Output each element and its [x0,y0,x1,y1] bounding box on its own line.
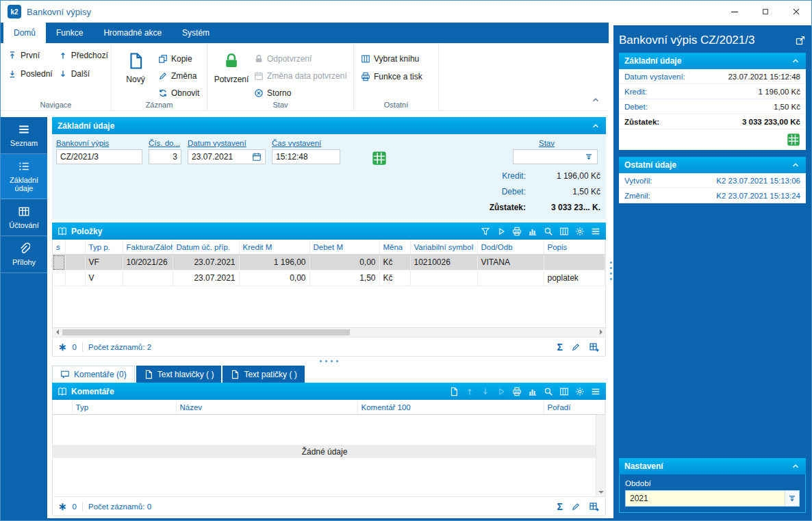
column-header[interactable]: s [53,240,65,255]
menu-icon[interactable] [591,227,600,236]
ribbon-tab-hromadne-akce[interactable]: Hromadné akce [93,23,172,43]
detail-section-header-nastaveni[interactable]: Nastavení [619,458,806,474]
table-row[interactable]: V 23.07.2021 0,00 1,50 Kč poplatek [53,270,605,286]
calendar-icon[interactable] [252,152,262,162]
spreadsheet-green-icon[interactable] [787,133,800,147]
collapse-icon[interactable] [791,160,800,170]
close-button[interactable] [781,1,811,23]
ribbon-tab-funkce[interactable]: Funkce [46,23,93,43]
dropdown-icon[interactable] [584,152,594,162]
grid-cell[interactable]: Kč [379,270,410,286]
grid-cell[interactable] [123,270,173,286]
detail-section-header-zakladni[interactable]: Základní údaje [619,53,806,69]
gear-icon[interactable] [575,387,585,396]
grid-plus-icon[interactable] [589,342,600,353]
search-icon[interactable] [544,227,553,236]
sum-icon[interactable]: Σ [557,501,563,512]
grid-cell[interactable]: 0,00 [239,270,309,286]
column-header[interactable]: Komentář 100 [357,400,544,415]
columns-icon[interactable] [559,387,569,396]
grid-cell[interactable]: 0,00 [309,255,379,270]
tab-text-hlavicky[interactable]: Text hlavičky ( ) [136,366,222,383]
grid-cell[interactable]: 23.07.2021 [173,270,239,286]
horizontal-scrollbar[interactable] [53,327,605,337]
menu-icon[interactable] [591,387,600,396]
grid-cell[interactable] [544,255,605,270]
grid-cell[interactable]: V [85,270,123,286]
grid-cell[interactable]: 10210026 [410,255,477,270]
ribbon-tab-system[interactable]: Systém [172,23,220,43]
issue-time-input[interactable]: 15:12:48 [272,149,340,164]
grid-cell[interactable] [53,255,65,270]
expand-icon[interactable] [795,35,806,46]
grid-cell[interactable] [65,270,85,286]
grid-cell[interactable]: 10/2021/26 [123,255,173,270]
grid-cell[interactable] [53,270,65,286]
confirm-button[interactable]: Potvrzení [214,49,249,99]
chart-icon[interactable] [528,387,537,396]
table-row[interactable]: VF 10/2021/26 23.07.2021 1 196,00 0,00 K… [53,255,605,270]
column-header[interactable]: Typ p. [85,240,123,255]
column-header[interactable]: Měna [379,240,410,255]
scrollbar-thumb[interactable] [62,329,350,335]
column-header[interactable]: Název [176,400,357,415]
first-button[interactable]: První [8,49,53,62]
arrow-up-icon[interactable] [465,387,474,396]
collapse-icon[interactable] [791,56,800,66]
chart-icon[interactable] [528,227,537,236]
status-dropdown[interactable] [513,149,598,164]
column-header[interactable]: Debet M [309,240,379,255]
sidebar-item-prilohy[interactable]: Přílohy [1,236,47,273]
next-button[interactable]: Další [58,67,108,81]
tab-text-paticky[interactable]: Text patičky ( ) [223,366,304,383]
refresh-button[interactable]: Obnovit [158,86,199,99]
filter-icon[interactable] [481,227,490,236]
column-header[interactable]: Faktura/Záloh [123,240,173,255]
sidebar-item-seznam[interactable]: Seznam [1,117,47,154]
column-header[interactable]: Variabilní symbol [410,240,477,255]
play-icon[interactable] [496,227,506,236]
new-document-icon[interactable] [449,387,459,396]
gear-icon[interactable] [575,227,585,236]
ribbon-tab-domu[interactable]: Domů [3,23,46,43]
scroll-left-button[interactable] [53,328,62,336]
vertical-splitter[interactable] [609,23,613,518]
vertical-scrollbar[interactable] [596,415,605,496]
column-header[interactable]: Popis [544,240,605,255]
number-input[interactable]: 3 [149,149,181,164]
sidebar-item-uctovani[interactable]: Účtování [1,199,47,236]
statement-input[interactable]: CZ/2021/3 [56,149,142,164]
ribbon-collapse-icon[interactable] [591,95,600,105]
last-button[interactable]: Poslední [8,67,53,81]
column-header[interactable]: Dod/Odb [477,240,544,255]
unconfirm-button[interactable]: Odpotvrzení [254,52,347,65]
tab-komentare[interactable]: Komentáře (0) [52,366,135,383]
column-header[interactable]: Datum úč. příp. [173,240,239,255]
sidebar-item-zakladni-udaje[interactable]: Základní údaje [1,154,47,199]
grid-cell[interactable]: 1 196,00 [239,255,309,270]
search-icon[interactable] [544,387,553,396]
play-icon[interactable] [496,387,506,396]
minimize-button[interactable] [719,1,750,23]
grid-cell[interactable] [477,270,544,286]
column-header[interactable] [53,400,72,415]
maximize-button[interactable] [750,1,781,23]
printer-icon[interactable] [512,227,522,236]
columns-icon[interactable] [559,227,569,236]
scroll-right-button[interactable] [596,328,605,336]
horizontal-splitter[interactable] [52,357,606,365]
grid-cell[interactable] [65,255,85,270]
grid-cell[interactable]: poplatek [544,270,605,286]
issue-date-input[interactable]: 23.07.2021 [188,149,266,164]
scroll-down-button[interactable] [596,487,605,496]
new-button[interactable]: Nový [118,49,153,99]
column-header[interactable]: Kredit M [239,240,309,255]
dropdown-button[interactable] [785,491,799,506]
select-book-button[interactable]: Vybrat knihu [361,52,431,66]
column-header[interactable] [65,240,85,255]
previous-button[interactable]: Předchozí [58,49,108,62]
grid-cell[interactable]: VF [85,255,123,270]
printer-icon[interactable] [512,387,522,396]
collapse-icon[interactable] [591,121,600,131]
grid-cell[interactable]: 1,50 [309,270,379,286]
